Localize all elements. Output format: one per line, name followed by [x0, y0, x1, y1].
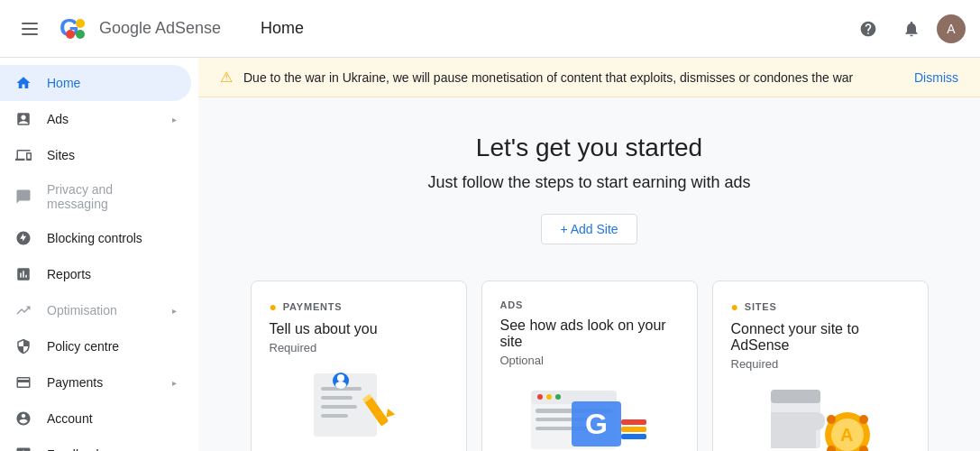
- sidebar-item-sites[interactable]: Sites: [0, 137, 191, 173]
- privacy-icon: [14, 188, 32, 206]
- logo-text: Google AdSense: [99, 19, 221, 38]
- svg-rect-31: [771, 390, 820, 403]
- ads-card: ADS See how ads look on your site Option…: [481, 281, 698, 451]
- topbar-right: A: [850, 11, 966, 47]
- hamburger-menu[interactable]: [14, 15, 45, 42]
- optimisation-expand-icon: ▸: [172, 306, 177, 316]
- svg-text:G: G: [585, 408, 608, 440]
- hero-heading: Let's get you started: [220, 133, 958, 162]
- payments-illustration: [270, 369, 448, 441]
- banner-text: Due to the war in Ukraine, we will pause…: [243, 70, 903, 85]
- notification-icon: [902, 20, 920, 38]
- svg-point-21: [555, 394, 561, 400]
- hero-subheading: Just follow the steps to start earning w…: [220, 173, 958, 192]
- payments-card: ● PAYMENTS Tell us about you Required: [251, 281, 467, 451]
- sidebar-item-payments[interactable]: Payments ▸: [0, 364, 191, 400]
- sidebar-item-home[interactable]: Home: [0, 65, 191, 101]
- dismiss-button[interactable]: Dismiss: [914, 70, 958, 85]
- svg-point-35: [827, 415, 836, 424]
- svg-point-19: [537, 394, 543, 400]
- svg-point-4: [66, 30, 75, 39]
- logo: G Google AdSense: [56, 11, 221, 47]
- svg-rect-8: [321, 396, 353, 400]
- payments-icon: [14, 373, 32, 391]
- sidebar-item-policy-centre[interactable]: Policy centre: [0, 328, 191, 364]
- app-body: Home Ads ▸ Sites Privacy and messaging: [0, 58, 980, 451]
- card-tag-sites: ● SITES: [731, 299, 777, 314]
- svg-rect-29: [621, 434, 646, 439]
- svg-point-13: [335, 382, 346, 389]
- policy-icon: [14, 337, 32, 355]
- svg-point-2: [76, 19, 85, 28]
- svg-point-3: [76, 30, 85, 39]
- optimisation-icon: [14, 301, 32, 319]
- sidebar-item-ads[interactable]: Ads ▸: [0, 101, 191, 137]
- cards-row: ● PAYMENTS Tell us about you Required: [198, 266, 980, 451]
- blocking-icon: [14, 229, 32, 247]
- sidebar-item-reports[interactable]: Reports: [0, 256, 191, 292]
- ads-illustration: G: [500, 382, 679, 451]
- ads-expand-icon: ▸: [172, 115, 177, 124]
- sidebar-item-optimisation[interactable]: Optimisation ▸: [0, 292, 191, 328]
- svg-point-20: [546, 394, 552, 400]
- sidebar-item-account[interactable]: Account: [0, 400, 191, 437]
- account-icon: [14, 410, 32, 428]
- svg-point-36: [859, 415, 868, 424]
- payments-expand-icon: ▸: [172, 378, 177, 388]
- topbar: G Google AdSense Home A: [0, 0, 980, 58]
- warning-icon-payments: ●: [270, 299, 278, 314]
- svg-rect-9: [321, 405, 357, 409]
- sites-card: ● SITES Connect your site to AdSense Req…: [712, 281, 929, 451]
- help-button[interactable]: [850, 11, 886, 47]
- card-sub-payments: Required: [270, 341, 317, 354]
- svg-rect-28: [621, 427, 646, 432]
- hero-section: Let's get you started Just follow the st…: [198, 97, 980, 266]
- card-title-ads: See how ads look on your site: [500, 318, 679, 350]
- svg-text:A: A: [840, 425, 853, 445]
- warning-icon-sites: ●: [731, 299, 739, 314]
- add-site-button[interactable]: + Add Site: [541, 214, 637, 244]
- page-title: Home: [261, 19, 304, 38]
- sites-icon: [14, 146, 32, 164]
- logo-icon: G: [56, 11, 92, 47]
- card-title-sites: Connect your site to AdSense: [731, 321, 910, 354]
- svg-point-12: [337, 374, 344, 382]
- main-content: ⚠ Due to the war in Ukraine, we will pau…: [198, 58, 980, 451]
- reports-icon: [14, 265, 32, 283]
- sidebar-item-feedback[interactable]: Feedback: [0, 437, 191, 451]
- home-icon: [14, 74, 32, 92]
- svg-rect-27: [621, 419, 646, 425]
- sidebar: Home Ads ▸ Sites Privacy and messaging: [0, 58, 198, 451]
- card-sub-sites: Required: [731, 357, 779, 371]
- card-tag-payments: ● PAYMENTS: [270, 299, 343, 314]
- sites-illustration: A: [731, 385, 910, 451]
- sidebar-item-privacy-messaging[interactable]: Privacy and messaging: [0, 173, 191, 220]
- notification-button[interactable]: [893, 11, 930, 47]
- card-sub-ads: Optional: [500, 354, 544, 367]
- card-tag-ads: ADS: [500, 299, 524, 310]
- help-icon: [859, 20, 877, 38]
- svg-rect-10: [321, 414, 348, 418]
- feedback-icon: [14, 446, 32, 451]
- ukraine-banner: ⚠ Due to the war in Ukraine, we will pau…: [198, 58, 980, 97]
- warning-icon: ⚠: [220, 69, 233, 86]
- avatar[interactable]: A: [937, 14, 966, 43]
- topbar-left: G Google AdSense Home: [14, 11, 304, 47]
- sidebar-item-blocking-controls[interactable]: Blocking controls: [0, 220, 191, 256]
- card-title-payments: Tell us about you: [270, 321, 378, 337]
- ads-icon: [14, 110, 32, 128]
